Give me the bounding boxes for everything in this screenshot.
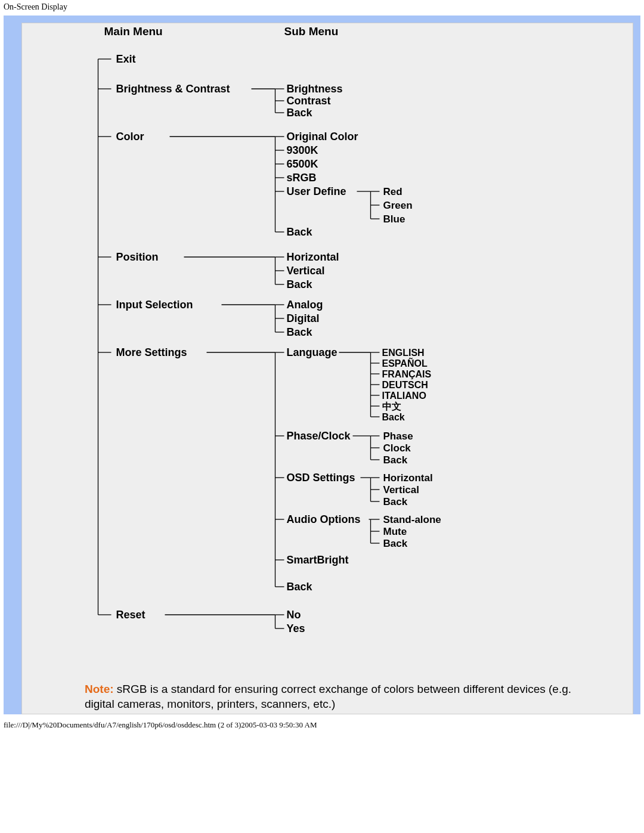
lang-italiano: ITALIANO — [382, 391, 426, 401]
main-color: Color — [116, 131, 144, 143]
sub-digital: Digital — [287, 312, 320, 324]
sub-original-color: Original Color — [287, 131, 358, 143]
main-reset: Reset — [116, 609, 145, 621]
sub-input-back: Back — [287, 326, 313, 338]
lang-espanol: ESPAÑOL — [382, 357, 428, 368]
sub-menu-header: Sub Menu — [284, 25, 339, 38]
sub-color-back: Back — [287, 226, 313, 238]
osd-horizontal: Horizontal — [383, 472, 433, 484]
note-label: Note: — [85, 683, 114, 695]
sub-pos-vertical: Vertical — [287, 265, 325, 277]
sub-language: Language — [287, 346, 338, 358]
sub-smartbright: SmartBright — [287, 554, 349, 566]
main-exit: Exit — [116, 53, 136, 65]
audio-standalone: Stand-alone — [383, 514, 441, 525]
content-panel: Main Menu Sub Menu Exit Brightness & Con… — [21, 23, 633, 714]
lang-english: ENGLISH — [382, 348, 425, 358]
sub-9300k: 9300K — [287, 144, 318, 156]
note-block: Note: sRGB is a standard for ensuring co… — [85, 682, 603, 711]
sub-osd-settings: OSD Settings — [287, 472, 355, 484]
pc-phase: Phase — [383, 431, 413, 442]
lang-back: Back — [382, 412, 405, 422]
lang-deutsch: DEUTSCH — [382, 380, 428, 390]
sub-brightness: Brightness — [287, 83, 343, 95]
sub-bc-back: Back — [287, 107, 313, 119]
reset-no: No — [287, 609, 301, 621]
note-text: sRGB is a standard for ensuring correct … — [85, 683, 571, 710]
sub-analog: Analog — [287, 299, 323, 311]
pc-clock: Clock — [383, 442, 411, 454]
sub-more-back: Back — [287, 581, 313, 593]
page-header: On-Screen Display — [0, 0, 644, 16]
sub-user-define: User Define — [287, 185, 346, 197]
sub-pos-back: Back — [287, 278, 313, 290]
outer-frame: Main Menu Sub Menu Exit Brightness & Con… — [4, 16, 640, 714]
lang-francais: FRANÇAIS — [382, 369, 432, 379]
sub-audio-options: Audio Options — [287, 513, 361, 525]
sub-green: Green — [383, 200, 413, 211]
main-menu-header: Main Menu — [104, 25, 163, 38]
sub-red: Red — [383, 186, 402, 197]
main-input-selection: Input Selection — [116, 299, 193, 311]
sub-blue: Blue — [383, 213, 405, 225]
lang-chinese: 中文 — [382, 401, 401, 411]
page-footer: file:///D|/My%20Documents/dfu/A7/english… — [0, 714, 644, 732]
main-position: Position — [116, 251, 159, 263]
main-brightness-contrast: Brightness & Contrast — [116, 83, 230, 95]
reset-yes: Yes — [287, 623, 305, 634]
sub-phase-clock: Phase/Clock — [287, 430, 351, 442]
sub-6500k: 6500K — [287, 158, 318, 170]
sub-srgb: sRGB — [287, 172, 317, 184]
osd-back: Back — [383, 496, 408, 507]
pc-back: Back — [383, 454, 408, 466]
audio-mute: Mute — [383, 526, 407, 537]
sub-contrast: Contrast — [287, 95, 331, 107]
audio-back: Back — [383, 538, 408, 549]
sub-pos-horizontal: Horizontal — [287, 251, 339, 263]
main-more-settings: More Settings — [116, 346, 187, 358]
menu-tree-diagram: Main Menu Sub Menu Exit Brightness & Con… — [22, 23, 633, 655]
osd-vertical: Vertical — [383, 484, 420, 496]
